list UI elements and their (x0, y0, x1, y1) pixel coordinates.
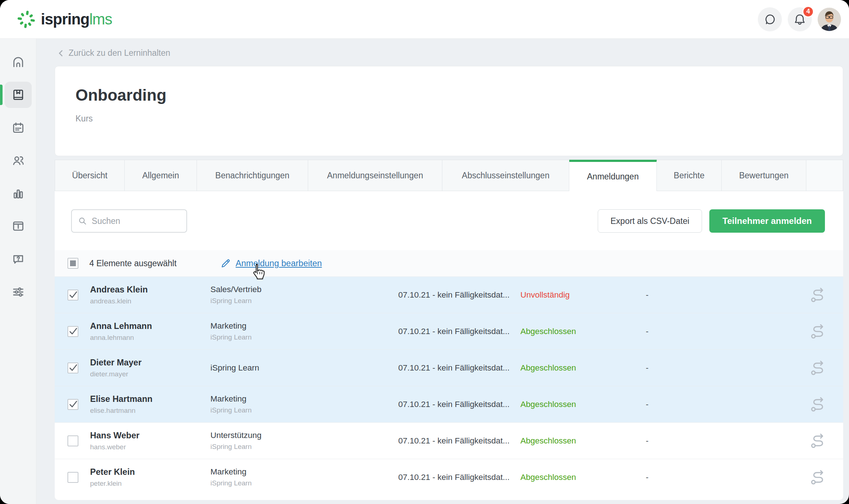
row-checkbox[interactable] (67, 363, 78, 373)
edit-enrollment-action[interactable]: Anmeldung bearbeiten (220, 258, 322, 269)
tab-anmeldungen[interactable]: Anmeldungen (569, 160, 657, 191)
chat-bubble-icon (763, 13, 776, 26)
points-value: - (624, 400, 670, 409)
user-cell[interactable]: Elise Hartmann elise.hartmann (90, 394, 210, 415)
row-checkbox-cell (67, 363, 90, 373)
table-row: Dieter Mayer dieter.mayer iSpring Learn … (55, 349, 843, 386)
action-cell[interactable] (793, 287, 827, 303)
export-csv-button[interactable]: Export als CSV-Datei (598, 209, 702, 233)
row-checkbox[interactable] (67, 326, 78, 337)
points-value: - (624, 327, 670, 336)
top-bar-actions: 4 (758, 7, 841, 31)
ispring-logo[interactable]: ispringlms (17, 10, 112, 29)
course-tabs: ÜbersichtAllgemeinBenachrichtigungenAnme… (55, 160, 843, 191)
calendar-icon (11, 121, 25, 135)
sidebar-item-reports[interactable] (5, 180, 32, 206)
user-cell[interactable]: Peter Klein peter.klein (90, 467, 210, 488)
breadcrumb-label: Zurück zu den Lerninhalten (69, 48, 170, 58)
group-subtitle: iSpring Learn (210, 443, 398, 451)
group-name: Unterstützung (210, 431, 398, 440)
group-subtitle: iSpring Learn (210, 406, 398, 414)
toolbar: Export als CSV-Datei Teilnehmer anmelden (55, 191, 843, 250)
user-name: Hans Weber (90, 431, 210, 441)
row-checkbox[interactable] (67, 399, 78, 410)
tab--bersicht[interactable]: Übersicht (55, 160, 125, 191)
status-label: Abgeschlossen (520, 436, 624, 446)
sidebar-item-settings[interactable] (5, 279, 32, 305)
sidebar-item-courses[interactable] (5, 82, 32, 108)
group-subtitle: iSpring Learn (210, 297, 398, 305)
tab-anmeldungseinstellungen[interactable]: Anmeldungseinstellungen (308, 160, 442, 191)
user-name: Andreas Klein (90, 285, 210, 295)
select-all-checkbox[interactable] (67, 258, 78, 269)
edit-enrollment-link[interactable]: Anmeldung bearbeiten (236, 259, 322, 268)
enrollment-dates: 07.10.21 - kein Fälligkeitsdat... (398, 400, 520, 409)
tab-bewertungen[interactable]: Bewertungen (722, 160, 806, 191)
pencil-icon (220, 258, 231, 269)
user-avatar[interactable] (818, 8, 841, 31)
checkmark-icon (68, 400, 78, 409)
tab-berichte[interactable]: Berichte (657, 160, 722, 191)
group-cell: iSpring Learn (210, 363, 398, 373)
group-cell: Marketing iSpring Learn (210, 321, 398, 341)
user-cell[interactable]: Dieter Mayer dieter.mayer (90, 358, 210, 378)
search-input[interactable] (92, 216, 180, 226)
notifications-button[interactable]: 4 (788, 7, 812, 31)
breadcrumb-back-link[interactable]: Zurück zu den Lerninhalten (36, 39, 170, 58)
status-label: Abgeschlossen (520, 473, 624, 482)
enroll-participants-button[interactable]: Teilnehmer anmelden (709, 209, 825, 233)
logo-text: ispringlms (41, 11, 112, 28)
group-cell: Sales/Vertrieb iSpring Learn (210, 285, 398, 305)
messages-button[interactable] (758, 7, 782, 31)
group-name: Sales/Vertrieb (210, 285, 398, 294)
sidebar-item-home[interactable] (5, 49, 32, 75)
action-cell[interactable] (793, 360, 827, 376)
user-login: elise.hartmann (90, 407, 210, 415)
tab-benachrichtigungen[interactable]: Benachrichtigungen (197, 160, 308, 191)
action-cell[interactable] (793, 433, 827, 449)
learning-path-icon (810, 323, 827, 340)
user-cell[interactable]: Anna Lehmann anna.lehmann (90, 321, 210, 342)
help-bubble-icon (11, 252, 25, 266)
points-value: - (624, 436, 670, 446)
user-login: dieter.mayer (90, 370, 210, 378)
home-icon (11, 55, 25, 69)
action-cell[interactable] (793, 469, 827, 486)
enrollments-table: Andreas Klein andreas.klein Sales/Vertri… (55, 276, 843, 495)
user-cell[interactable]: Hans Weber hans.weber (90, 431, 210, 451)
selection-count-label: 4 Elemente ausgewählt (89, 259, 177, 268)
table-row: Elise Hartmann elise.hartmann Marketing … (55, 386, 843, 422)
sidebar-item-help[interactable] (5, 246, 32, 272)
sidebar-item-info[interactable] (5, 213, 32, 239)
courses-icon (11, 88, 25, 102)
checkmark-icon (68, 290, 78, 300)
group-name: iSpring Learn (210, 363, 398, 373)
group-name: Marketing (210, 467, 398, 477)
user-login: andreas.klein (90, 297, 210, 305)
user-login: hans.weber (90, 443, 210, 451)
action-cell[interactable] (793, 323, 827, 340)
search-icon (78, 216, 87, 226)
row-checkbox[interactable] (67, 472, 78, 483)
learning-path-icon (810, 396, 827, 413)
info-panel-icon (11, 219, 25, 233)
logo-text-lms: lms (89, 11, 112, 28)
tab-allgemein[interactable]: Allgemein (125, 160, 197, 191)
course-title: Onboarding (75, 86, 822, 104)
notification-badge: 4 (802, 6, 814, 18)
users-icon (11, 154, 25, 167)
search-box[interactable] (71, 209, 187, 233)
action-cell[interactable] (793, 396, 827, 413)
group-cell: Unterstützung iSpring Learn (210, 431, 398, 451)
sidebar-item-calendar[interactable] (5, 115, 32, 141)
tab-abschlusseinstellungen[interactable]: Abschlusseinstellungen (442, 160, 569, 191)
course-subtitle: Kurs (75, 114, 822, 124)
sidebar (0, 39, 36, 504)
sidebar-item-users[interactable] (5, 147, 32, 174)
row-checkbox[interactable] (67, 435, 78, 446)
row-checkbox[interactable] (67, 290, 78, 301)
app-window: ispringlms 4 (0, 0, 849, 504)
learning-path-icon (810, 469, 827, 486)
user-cell[interactable]: Andreas Klein andreas.klein (90, 285, 210, 305)
ispring-starburst-icon (17, 10, 36, 29)
